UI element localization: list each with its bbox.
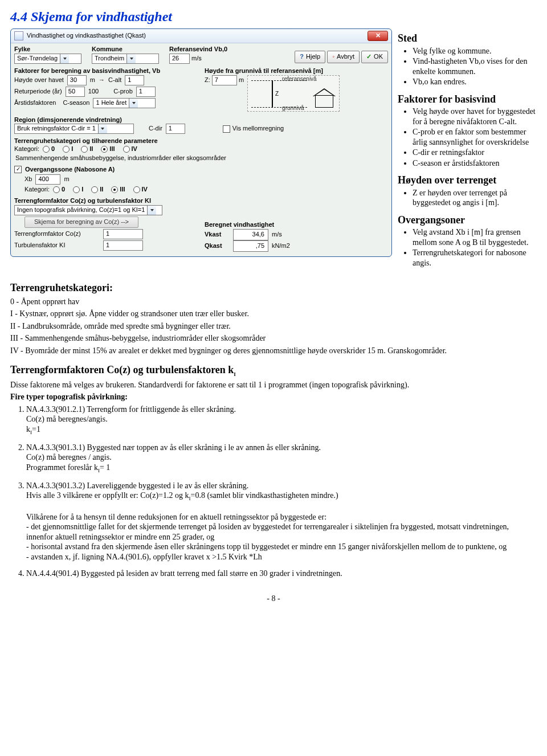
vkast-label: Vkast <box>205 231 230 239</box>
coz-calc-button[interactable]: Skjema for beregning av Co(z) --> <box>25 216 138 228</box>
check-icon: ✓ <box>366 53 372 61</box>
arstid-label: Årstidsfaktoren <box>14 99 56 107</box>
basis-header: Faktorer for beregning av basisvindhasti… <box>14 67 198 75</box>
terr-radio-IV[interactable]: IV <box>123 145 137 153</box>
side-item: Z er høyden over terrenget på byggestede… <box>413 188 537 208</box>
region-header: Region (dimsjonerende vindretning) <box>14 116 388 124</box>
stop-icon: ◦ <box>332 53 334 61</box>
qkast-value: ,75 <box>233 240 268 252</box>
overgang-label: Overgangssone (Nabosone A) <box>25 166 115 174</box>
calt-input[interactable]: 1 <box>125 75 144 85</box>
vkast-value: 34,6 <box>233 229 268 240</box>
xb-input[interactable]: 400 <box>35 174 60 185</box>
fire-heading: Fire typer topografisk påvirkning: <box>10 392 537 402</box>
diagram-ground-label: grunnivå <box>282 105 304 112</box>
side-item: C-prob er en faktor som bestemmer årlig … <box>413 127 537 147</box>
side-item: C-dir er retningsfaktor <box>413 148 537 158</box>
tff-heading: Terrengformfaktoren Co(z) og turbulensfa… <box>10 363 537 378</box>
chevron-down-icon <box>129 99 138 108</box>
overgang-checkbox[interactable]: ✓ <box>14 166 22 173</box>
retur-input[interactable]: 50 <box>66 87 85 97</box>
hoh-label: Høyde over havet <box>14 76 64 84</box>
help-button[interactable]: ?Hjelp <box>295 51 325 63</box>
side-item: Vb,o kan endres. <box>413 77 537 87</box>
house-icon <box>313 88 336 108</box>
help-icon: ? <box>300 53 304 61</box>
chevron-down-icon <box>60 54 69 63</box>
cdir-label: C-dir <box>149 125 162 133</box>
coz-header: Terrengformfaktor Co(z) og turbulensfakt… <box>14 197 198 205</box>
hoyden-heading: Høyden over terrenget <box>398 174 537 187</box>
side-item: C-season er årstidsfaktoren <box>413 158 537 169</box>
wind-dialog: Vindhastighet og vindkasthastighet (Qkas… <box>10 28 392 257</box>
cseason-label: C-season <box>63 99 89 107</box>
side-item: Velg fylke og kommune. <box>413 46 537 56</box>
over-radio-IV[interactable]: IV <box>133 186 148 194</box>
qkast-unit: kN/m2 <box>272 242 290 250</box>
cdir-input[interactable]: 1 <box>166 124 185 134</box>
region-select[interactable]: Bruk retningsfaktor C-dir = 1 <box>14 124 134 134</box>
terrkat-item: 0 - Åpent opprørt hav <box>10 297 537 307</box>
terr-radio-II[interactable]: II <box>81 145 93 153</box>
fylke-select[interactable]: Sør-Trøndelag <box>14 54 81 64</box>
terr-header: Terrengruhetskategori og tilhørende para… <box>14 137 388 145</box>
terr-radio-III[interactable]: III <box>101 145 115 153</box>
xb-unit: m <box>64 175 69 183</box>
hoh-input[interactable]: 30 <box>67 75 87 85</box>
turb-label: Turbulensfaktor KI <box>14 242 100 250</box>
z-input[interactable]: 7 <box>212 75 237 85</box>
over-radio-I[interactable]: I <box>73 186 83 194</box>
vismellom-checkbox[interactable] <box>223 125 230 133</box>
chevron-down-icon <box>98 124 107 133</box>
app-icon <box>14 31 23 40</box>
vismellom-label: Vis mellomregning <box>232 125 284 133</box>
topo-item-1: NA.4.3.3(901.2.1) Terrengform for frittl… <box>26 404 537 436</box>
fakt-heading: Faktorer for basisvind <box>398 93 537 106</box>
terrkat-item: II - Landbruksområde, område med spredte… <box>10 321 537 332</box>
diagram-ref-label: referansenivå <box>282 76 317 83</box>
side-item: Velg høyde over havet for byggestedet fo… <box>413 107 537 126</box>
page-footer: - 8 - <box>10 594 537 604</box>
refvind-label: Referansevind Vb,0 <box>169 46 227 52</box>
hoh-unit: m <box>90 76 95 84</box>
dialog-title: Vindhastighet og vindkasthastighet (Qkas… <box>27 32 364 40</box>
side-notes: Sted Velg fylke og kommune. Vind-hastigh… <box>398 28 537 273</box>
topo-item-2: NA.4.3.3(901.3.1) Byggested nær toppen a… <box>26 443 537 474</box>
turb-input[interactable]: 1 <box>103 240 143 251</box>
ok-button[interactable]: ✓OK <box>361 51 388 63</box>
kat-label: Kategori: <box>14 145 39 153</box>
section-title: 4.4 Skjema for vindhastighet <box>10 8 537 25</box>
z-label: Z: <box>205 76 210 83</box>
terrkat-item: I - Kystnær, opprørt sjø. Åpne vidder og… <box>10 309 537 319</box>
fylke-label: Fylke <box>14 46 30 52</box>
calt-label: C-alt <box>108 76 121 84</box>
kommune-select[interactable]: Trondheim <box>92 54 159 64</box>
terrkat-heading: Terrengruhetskategori: <box>10 281 537 295</box>
result-header: Beregnet vindhastighet <box>205 221 388 229</box>
over-radio-0[interactable]: 0 <box>53 186 65 194</box>
chevron-down-icon <box>126 54 136 63</box>
kat2-label: Kategori: <box>25 186 50 194</box>
chevron-down-icon <box>147 206 156 215</box>
kommune-label: Kommune <box>92 46 123 52</box>
over-heading: Overgangsoner <box>398 214 537 227</box>
over-radio-II[interactable]: II <box>91 186 103 194</box>
cseason-select[interactable]: 1 Hele året <box>93 98 156 108</box>
topo-item-4: NA.4.4.4(901.4) Byggested på lesiden av … <box>26 569 537 579</box>
coz-select[interactable]: Ingen topografisk påvirkning, Co(z)=1 og… <box>14 205 162 215</box>
terrkat-item: IV - Byområde der minst 15% av arealet e… <box>10 346 537 356</box>
qkast-label: Qkast <box>205 242 230 250</box>
vb0-input[interactable]: 26 <box>169 54 190 64</box>
tff-input[interactable]: 1 <box>103 229 143 239</box>
vkast-unit: m/s <box>272 231 282 239</box>
terrkat-item: III - Sammenhengende småhus-bebyggelse, … <box>10 333 537 344</box>
terr-radio-0[interactable]: 0 <box>43 145 55 153</box>
side-item: Velg avstand Xb i [m] fra grensen mellom… <box>413 227 537 247</box>
over-radio-III[interactable]: III <box>111 186 125 194</box>
close-button[interactable]: ✕ <box>368 31 388 41</box>
cancel-button[interactable]: ◦Avbryt <box>327 51 360 63</box>
vb0-unit: m/s <box>191 55 202 62</box>
terr-radio-I[interactable]: I <box>63 145 73 153</box>
cprob-input[interactable]: 1 <box>136 87 156 97</box>
terr-desc: Sammenhengende småhusbebyggelse, industr… <box>14 154 388 162</box>
